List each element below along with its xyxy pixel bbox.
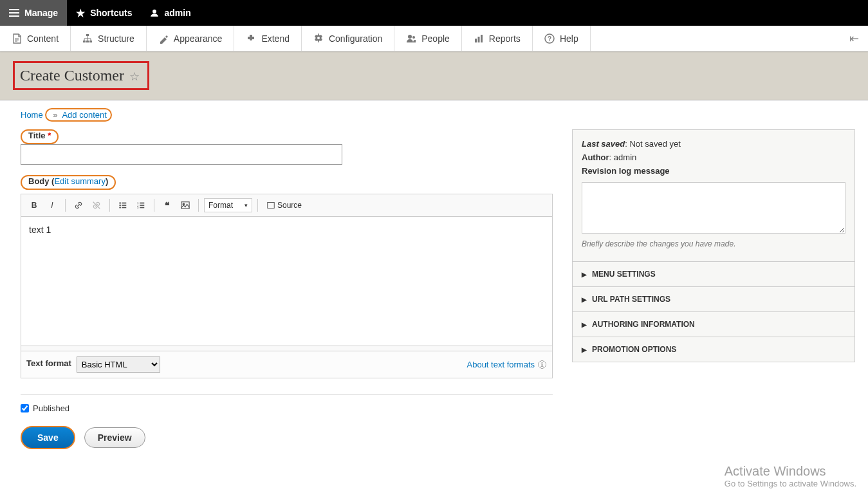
page-title: Create Customer: [20, 67, 124, 84]
toolbar-separator: [198, 199, 199, 212]
menu-structure-label: Structure: [98, 33, 134, 44]
breadcrumb-add-content-highlight: » Add content: [45, 108, 112, 122]
menu-appearance[interactable]: Appearance: [147, 26, 235, 51]
toolbar: Manage ★ Shortcuts admin: [0, 0, 868, 26]
menu-appearance-label: Appearance: [174, 33, 223, 44]
menu-help[interactable]: ? Help: [533, 26, 591, 51]
body-editor[interactable]: text 1: [21, 217, 552, 346]
format-label: Format: [208, 201, 233, 210]
save-button[interactable]: Save: [21, 426, 75, 449]
collapse-toolbar[interactable]: ⇤: [840, 26, 868, 51]
svg-point-13: [119, 205, 121, 207]
ckeditor: B I 123 ❝ Format▾ Source: [21, 194, 553, 351]
menu-reports[interactable]: Reports: [462, 26, 533, 51]
menu-extend-label: Extend: [261, 33, 290, 44]
svg-rect-21: [140, 203, 144, 204]
link-button[interactable]: [71, 198, 86, 213]
image-button[interactable]: [178, 198, 193, 213]
toolbar-separator: [154, 199, 154, 212]
content-icon: [12, 33, 22, 44]
accordion-promotion[interactable]: ▶ PROMOTION OPTIONS: [573, 337, 854, 362]
appearance-icon: [158, 33, 169, 44]
accordion-url-settings[interactable]: ▶ URL PATH SETTINGS: [573, 287, 854, 312]
title-input[interactable]: [21, 144, 342, 165]
svg-text:3: 3: [137, 206, 139, 209]
svg-rect-23: [140, 207, 144, 208]
format-dropdown[interactable]: Format▾: [204, 198, 252, 212]
accordion-promotion-label: PROMOTION OPTIONS: [592, 345, 676, 354]
admin-menu: Content Structure Appearance Extend Conf…: [0, 26, 868, 51]
body-label-row: Body (Edit summary): [21, 175, 553, 190]
published-checkbox[interactable]: [21, 404, 29, 412]
bold-button[interactable]: B: [26, 198, 42, 213]
revision-log-hint: Briefly describe the changes you have ma…: [582, 239, 845, 248]
last-saved-value: Not saved yet: [629, 139, 681, 149]
triangle-right-icon: ▶: [582, 321, 587, 328]
manage-label: Manage: [24, 8, 58, 18]
svg-rect-16: [122, 205, 126, 206]
shortcuts-label: Shortcuts: [90, 8, 132, 18]
body-label: Body (Edit summary): [28, 176, 108, 186]
user-icon: [150, 8, 159, 17]
source-button[interactable]: Source: [263, 199, 306, 212]
accordion-menu-settings[interactable]: ▶ MENU SETTINGS: [573, 262, 854, 287]
breadcrumb-separator: »: [53, 110, 57, 120]
breadcrumb-add-content[interactable]: Add content: [62, 110, 106, 120]
text-format-select[interactable]: Basic HTML: [77, 356, 160, 373]
breadcrumb: Home » Add content: [0, 100, 868, 127]
text-format-row: Text format Basic HTML About text format…: [21, 351, 553, 378]
blockquote-button[interactable]: ❝: [160, 198, 175, 213]
chevron-down-icon: ▾: [245, 202, 248, 208]
bullet-list-button[interactable]: [115, 198, 131, 213]
add-shortcut-star-icon[interactable]: ☆: [129, 70, 140, 83]
svg-point-6: [412, 36, 415, 39]
collapse-arrow-icon: ⇤: [849, 32, 859, 46]
menu-configuration[interactable]: Configuration: [302, 26, 394, 51]
svg-rect-26: [268, 203, 275, 208]
required-mark: *: [48, 131, 51, 140]
manage-toggle[interactable]: Manage: [0, 0, 67, 26]
ckeditor-resize[interactable]: [21, 346, 552, 351]
about-text-formats-link[interactable]: About text formats 🛈: [467, 359, 548, 370]
menu-extend[interactable]: Extend: [234, 26, 302, 51]
svg-point-25: [183, 203, 185, 205]
body-label-highlight: Body (Edit summary): [21, 175, 116, 190]
menu-structure[interactable]: Structure: [71, 26, 147, 51]
user-label: admin: [164, 8, 190, 18]
unlink-button[interactable]: [89, 198, 104, 213]
menu-content[interactable]: Content: [0, 26, 71, 51]
triangle-right-icon: ▶: [582, 346, 587, 353]
people-icon: [406, 33, 416, 44]
revision-log-textarea[interactable]: [582, 182, 845, 234]
author-value: admin: [614, 153, 636, 162]
sidebar-meta: Last saved: Not saved yet Author: admin …: [573, 130, 854, 262]
svg-point-5: [408, 35, 412, 39]
accordion-url-label: URL PATH SETTINGS: [592, 295, 670, 304]
user-menu[interactable]: admin: [141, 0, 199, 26]
structure-icon: [82, 33, 93, 44]
triangle-right-icon: ▶: [582, 296, 587, 303]
page-header: Create Customer ☆: [0, 51, 868, 100]
toolbar-separator: [257, 199, 258, 212]
divider: [21, 394, 553, 394]
edit-summary-link[interactable]: Edit summary: [54, 176, 105, 186]
sidebar-column: Last saved: Not saved yet Author: admin …: [572, 129, 855, 449]
revision-log-label: Revision log message: [582, 166, 670, 176]
preview-button[interactable]: Preview: [84, 427, 145, 448]
breadcrumb-home[interactable]: Home: [21, 110, 43, 120]
italic-button[interactable]: I: [44, 198, 60, 213]
shortcuts-link[interactable]: ★ Shortcuts: [67, 0, 141, 26]
svg-rect-7: [475, 39, 477, 42]
numbered-list-button[interactable]: 123: [133, 198, 149, 213]
menu-content-label: Content: [27, 33, 59, 44]
accordion-authoring-label: AUTHORING INFORMATION: [592, 320, 695, 329]
configuration-icon: [313, 33, 324, 44]
svg-rect-8: [477, 37, 479, 42]
action-buttons: Save Preview: [21, 426, 553, 449]
menu-people[interactable]: People: [394, 26, 462, 51]
author-label: Author: [582, 153, 609, 162]
menu-reports-label: Reports: [489, 33, 521, 44]
star-icon: ★: [76, 7, 85, 19]
triangle-right-icon: ▶: [582, 271, 587, 278]
accordion-authoring[interactable]: ▶ AUTHORING INFORMATION: [573, 312, 854, 337]
